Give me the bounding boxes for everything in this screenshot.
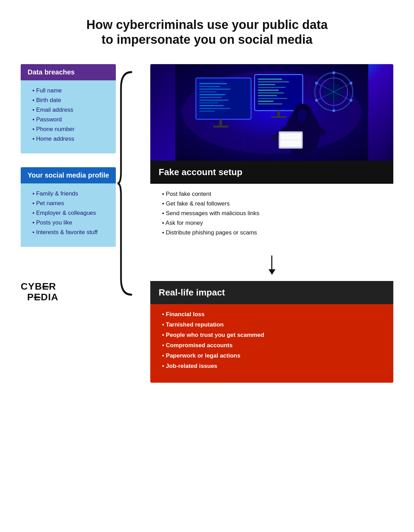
list-item: Get fake & real followers <box>159 200 385 207</box>
right-column: Fake account setup Post fake content Get… <box>150 64 393 383</box>
bracket-wrapper: Data breaches Full name Birth date Email… <box>21 64 137 303</box>
list-item: Pet names <box>29 200 108 207</box>
title-line2: to impersonate you on social media <box>101 32 312 47</box>
svg-rect-5 <box>200 86 220 87</box>
list-item: Paperwork or legal actions <box>159 352 385 359</box>
real-life-header: Real-life impact <box>150 281 393 304</box>
svg-rect-3 <box>198 79 250 118</box>
svg-rect-26 <box>258 98 287 99</box>
svg-rect-10 <box>200 100 229 101</box>
data-breaches-header: Data breaches <box>21 64 116 80</box>
content-area: Data breaches Full name Birth date Email… <box>21 64 393 383</box>
svg-rect-29 <box>277 111 280 117</box>
logo: CYBER PEDIA <box>21 281 116 303</box>
logo-area: CYBER PEDIA <box>21 281 116 303</box>
list-item: Full name <box>29 87 108 94</box>
fake-account-header: Fake account setup <box>150 161 393 184</box>
left-groups: Data breaches Full name Birth date Email… <box>21 64 116 303</box>
svg-rect-21 <box>258 84 275 85</box>
svg-rect-13 <box>200 108 231 109</box>
list-item: Distribute phishing pages or scams <box>159 229 385 236</box>
arrow-head <box>269 269 275 275</box>
svg-rect-27 <box>258 101 274 102</box>
fake-account-list: Post fake content Get fake & real follow… <box>159 191 385 236</box>
list-item: Employer & colleagues <box>29 210 108 217</box>
list-item: Send messages with malicious links <box>159 210 385 217</box>
list-item: Financial loss <box>159 311 385 318</box>
svg-rect-12 <box>200 105 224 106</box>
social-media-title: Your social media profile <box>28 171 109 179</box>
svg-rect-9 <box>200 97 222 98</box>
svg-rect-8 <box>200 94 225 95</box>
svg-rect-23 <box>258 90 279 91</box>
list-item: Posts you like <box>29 219 108 226</box>
list-item: Interests & favorite stuff <box>29 229 108 236</box>
svg-rect-28 <box>258 103 282 104</box>
svg-rect-6 <box>200 89 231 90</box>
svg-rect-24 <box>258 92 284 93</box>
fake-account-body: Post fake content Get fake & real follow… <box>150 184 393 247</box>
main-title: How cybercriminals use your public data … <box>21 17 393 47</box>
list-item: Ask for money <box>159 220 385 227</box>
svg-rect-11 <box>200 102 219 103</box>
svg-rect-4 <box>200 83 227 84</box>
data-breaches-title: Data breaches <box>28 68 75 76</box>
svg-rect-30 <box>271 116 286 118</box>
hacker-image <box>150 64 393 161</box>
list-item: Compromised accounts <box>159 342 385 349</box>
logo-line2: PEDIA <box>21 292 116 303</box>
list-item: Tarnished reputation <box>159 321 385 328</box>
data-breaches-body: Full name Birth date Email address Passw… <box>21 80 116 153</box>
page-container: How cybercriminals use your public data … <box>0 0 414 532</box>
list-item: Home address <box>29 135 108 142</box>
arrow-container <box>150 247 393 281</box>
fake-account-title: Fake account setup <box>159 167 242 177</box>
svg-rect-15 <box>220 119 222 126</box>
list-item: Post fake content <box>159 191 385 198</box>
list-item: Birth date <box>29 97 108 104</box>
social-media-header: Your social media profile <box>21 167 116 183</box>
real-life-body: Financial loss Tarnished reputation Peop… <box>150 304 393 383</box>
svg-rect-19 <box>258 79 282 80</box>
real-life-box: Real-life impact Financial loss Tarnishe… <box>150 281 393 383</box>
data-breaches-box: Data breaches Full name Birth date Email… <box>21 64 116 153</box>
real-life-list: Financial loss Tarnished reputation Peop… <box>159 311 385 370</box>
list-item: People who trust you get scammed <box>159 332 385 339</box>
svg-rect-14 <box>200 111 215 112</box>
arrow-line <box>271 255 272 269</box>
social-media-body: Family & friends Pet names Employer & co… <box>21 183 116 247</box>
social-media-box: Your social media profile Family & frien… <box>21 167 116 247</box>
list-item: Password <box>29 116 108 123</box>
svg-rect-25 <box>258 95 277 96</box>
svg-rect-7 <box>200 91 217 92</box>
title-line1: How cybercriminals use your public data <box>86 18 327 32</box>
list-item: Email address <box>29 107 108 113</box>
svg-rect-22 <box>258 87 286 88</box>
social-media-list: Family & friends Pet names Employer & co… <box>29 190 108 236</box>
svg-point-49 <box>297 109 307 121</box>
svg-rect-20 <box>258 81 289 82</box>
logo-line1: CYBER <box>21 281 116 292</box>
list-item: Phone number <box>29 126 108 133</box>
bracket-symbol <box>116 64 137 303</box>
list-item: Family & friends <box>29 190 108 197</box>
data-breaches-list: Full name Birth date Email address Passw… <box>29 87 108 142</box>
list-item: Job-related issues <box>159 363 385 370</box>
real-life-title: Real-life impact <box>159 287 225 298</box>
arrow-down <box>269 255 275 275</box>
svg-rect-16 <box>213 126 229 128</box>
